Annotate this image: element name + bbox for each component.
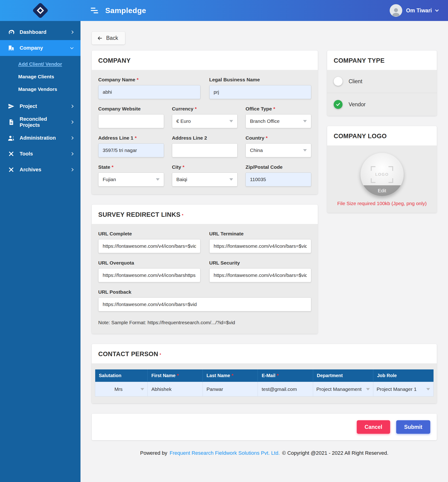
url-security-input[interactable] (209, 268, 312, 282)
main-content: Back COMPANY Company Name* (80, 21, 448, 482)
option-label: Vendor (349, 101, 366, 108)
contact-person-title: CONTACT PERSON (98, 350, 158, 358)
app-logo-inner (37, 7, 44, 14)
url-overquota-input[interactable] (98, 268, 200, 282)
select-arrow-icon (140, 388, 144, 390)
tools-icon (8, 151, 15, 157)
url-postback-input[interactable] (98, 297, 311, 311)
url-security-label: URL Security (209, 260, 312, 266)
select-value: Baiqi (176, 177, 187, 182)
legal-business-name-input[interactable] (209, 85, 312, 99)
table-row: Mrs Project Management (95, 382, 433, 396)
user-name: Om Tiwari (406, 8, 432, 14)
sidebar-item-label: Company (20, 45, 43, 51)
sidebar-item-manage-clients[interactable]: Manage Clients (0, 70, 80, 83)
select-arrow-icon (303, 149, 307, 151)
company-website-label: Company Website (98, 106, 164, 112)
salutation-select[interactable]: Mrs (95, 382, 147, 396)
company-type-option-client[interactable]: Client (327, 70, 437, 93)
email-input[interactable] (258, 382, 313, 396)
sidebar-item-archives[interactable]: Archives (0, 162, 80, 178)
menu-toggle-icon[interactable] (91, 8, 98, 13)
department-select[interactable]: Project Management (313, 382, 373, 396)
company-submenu: Add Client/ Vendor Manage Clients Manage… (0, 56, 80, 98)
first-name-input[interactable] (148, 382, 202, 396)
sidebar-item-label: Tools (20, 151, 33, 157)
user-menu[interactable]: Om Tiwari (390, 4, 438, 17)
radio-checked-icon (334, 100, 343, 109)
sidebar-item-tools[interactable]: Tools (0, 146, 80, 162)
state-label: State* (98, 164, 164, 170)
sidebar-item-add-client-vendor[interactable]: Add Client/ Vendor (0, 58, 80, 70)
brand-area (0, 0, 80, 21)
column-department: Department (313, 369, 373, 382)
company-card-title: COMPANY (98, 57, 131, 64)
sample-format-note: Note: Sample Format: https://frequentres… (98, 320, 311, 325)
form-actions-card: Cancel Submit (92, 414, 437, 440)
survey-links-title: SURVEY REDIRECT LINKS (98, 211, 180, 218)
submit-button[interactable]: Submit (396, 420, 430, 434)
back-button[interactable]: Back (92, 32, 125, 45)
sidebar-item-label: Administration (20, 135, 56, 141)
country-label: Country* (246, 135, 311, 141)
footer-company-link[interactable]: Frequent Research Fieldwork Solutions Pv… (170, 450, 280, 456)
column-salutation: Salutation (95, 369, 148, 382)
city-select[interactable]: Baiqi (172, 172, 238, 187)
column-first-name: First Name* (147, 369, 202, 382)
sidebar-item-manage-vendors[interactable]: Manage Vendors (0, 83, 80, 96)
address-line1-input[interactable] (98, 143, 164, 157)
app-logo-icon[interactable] (32, 2, 48, 19)
city-label: City* (172, 164, 238, 170)
copyright-text: © Copyright @2021 - 2022 All Right Reser… (282, 450, 389, 456)
sidebar-item-label: Project (20, 103, 37, 109)
zip-input[interactable] (246, 172, 311, 187)
company-logo-card: COMPANY LOGO LOGO Edit File Size require… (327, 126, 437, 213)
address-line1-label: Address Line 1* (98, 135, 164, 141)
select-arrow-icon (229, 120, 233, 122)
office-type-select[interactable]: Branch Office (246, 114, 311, 128)
select-arrow-icon (303, 120, 307, 122)
sidebar: Dashboard Company Add Client/ Vendor Man… (0, 21, 80, 482)
job-role-select[interactable]: Project Manager 1 (373, 382, 433, 396)
cancel-button[interactable]: Cancel (357, 420, 390, 434)
url-overquota-label: URL Overquota (98, 260, 200, 266)
chevron-down-icon (435, 8, 439, 12)
select-arrow-icon (229, 178, 233, 181)
country-select[interactable]: China (246, 143, 311, 157)
chevron-right-icon (70, 168, 73, 171)
office-type-label: Office Type* (246, 106, 311, 112)
sidebar-item-label: Reconciled Projects (20, 116, 65, 128)
sidebar-item-reconciled-projects[interactable]: Reconciled Projects (0, 114, 80, 130)
state-select[interactable]: Fujian (98, 172, 164, 187)
sidebar-item-project[interactable]: Project (0, 98, 80, 114)
company-name-label: Company Name* (98, 77, 200, 83)
url-postback-label: URL Postback (98, 289, 311, 295)
administration-icon (8, 135, 15, 141)
column-email: E-Mail* (258, 369, 313, 382)
select-value: € Euro (176, 118, 191, 124)
last-name-input[interactable] (203, 382, 258, 396)
address-line2-input[interactable] (172, 143, 238, 157)
sidebar-item-dashboard[interactable]: Dashboard (0, 24, 80, 40)
company-type-option-vendor[interactable]: Vendor (327, 93, 437, 116)
sidebar-item-administration[interactable]: Administration (0, 130, 80, 146)
footer: Powered by Frequent Research Fieldwork S… (92, 440, 437, 463)
survey-redirect-links-card: SURVEY REDIRECT LINKS* URL Complete URL … (92, 205, 318, 334)
url-complete-input[interactable] (98, 239, 200, 253)
logo-edit-button[interactable]: Edit (360, 185, 404, 196)
company-website-input[interactable] (98, 114, 164, 128)
sidebar-item-company[interactable]: Company (0, 40, 80, 56)
currency-select[interactable]: € Euro (172, 114, 238, 128)
chevron-right-icon (70, 121, 73, 124)
company-name-input[interactable] (98, 85, 200, 99)
company-logo-preview[interactable]: LOGO Edit (360, 153, 404, 196)
company-card: COMPANY Company Name* Legal Business Nam… (92, 51, 318, 194)
company-icon (8, 45, 15, 51)
select-arrow-icon (426, 388, 430, 390)
logo-placeholder-icon: LOGO (371, 166, 393, 183)
app-title: Sampledge (105, 6, 146, 15)
radio-unchecked-icon (334, 77, 343, 86)
reconciled-projects-icon (8, 119, 15, 125)
company-type-title: COMPANY TYPE (334, 57, 384, 64)
url-terminate-input[interactable] (209, 239, 312, 253)
